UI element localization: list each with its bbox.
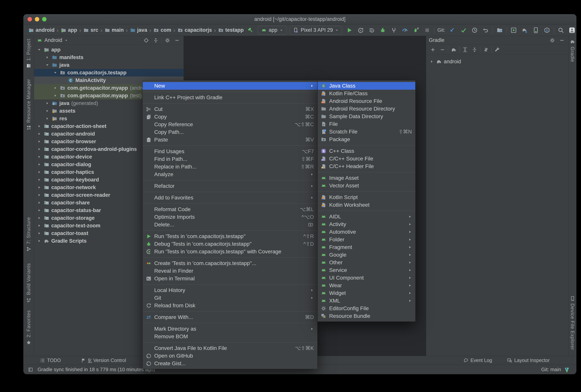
tree-down-arrow-icon[interactable]	[45, 63, 50, 67]
apply-changes-button[interactable]: A	[356, 26, 365, 34]
tree-right-arrow-icon[interactable]	[37, 155, 42, 159]
tree-right-arrow-icon[interactable]	[45, 116, 50, 121]
gradle-tree-item-android[interactable]: android	[426, 57, 568, 66]
submenu-item-google[interactable]: Google	[318, 251, 415, 259]
profile-button[interactable]	[401, 26, 409, 34]
hide-gradle-panel-button[interactable]	[558, 36, 566, 44]
run-configuration-select[interactable]: app	[258, 26, 287, 35]
menu-item-create-gist[interactable]: Create Gist...	[143, 360, 317, 367]
breadcrumb-testapp[interactable]: testapp	[218, 27, 244, 33]
tree-right-arrow-icon[interactable]	[37, 208, 42, 212]
panel-settings-button[interactable]	[164, 36, 171, 44]
attach-debugger-button[interactable]	[390, 26, 398, 34]
tree-right-arrow-icon[interactable]	[37, 201, 42, 205]
menu-item-copy[interactable]: Copy⌘C	[143, 113, 317, 121]
submenu-item-ui-component[interactable]: UI Component	[318, 274, 415, 282]
menu-item-open-on-github[interactable]: Open on GitHub	[143, 352, 317, 360]
tool-tab-2-favorites[interactable]: 2: Favorites	[26, 310, 32, 345]
collapse-all-button[interactable]	[152, 36, 160, 44]
commit-button[interactable]	[459, 26, 468, 34]
submenu-item-automotive[interactable]: Automotive	[318, 228, 415, 236]
menu-item-delete[interactable]: Delete...	[143, 221, 317, 229]
tool-button-event-log[interactable]: Event Log	[463, 358, 492, 363]
tree-right-arrow-icon[interactable]	[37, 224, 42, 228]
tree-right-arrow-icon[interactable]	[37, 216, 42, 220]
stop-button[interactable]	[423, 26, 431, 34]
tool-tab-7-structure[interactable]: 7: Structure	[26, 217, 32, 252]
menu-item-copy-path[interactable]: Copy Path...	[143, 128, 317, 136]
git-branch[interactable]: Git: main	[541, 367, 561, 373]
submenu-item-scratch-file[interactable]: Scratch File⇧⌘N	[318, 128, 415, 136]
submenu-item-service[interactable]: Service	[318, 266, 415, 274]
tree-right-arrow-icon[interactable]	[37, 139, 42, 144]
remove-configuration-button[interactable]	[438, 46, 446, 54]
menu-item-git[interactable]: Git	[143, 294, 317, 302]
device-manager-button[interactable]	[496, 26, 504, 34]
tree-item-app[interactable]: app	[34, 46, 184, 53]
tree-right-arrow-icon[interactable]	[37, 231, 42, 235]
menu-item-find-in-path[interactable]: Find in Path...⇧⌘F	[143, 155, 317, 163]
submenu-item-widget[interactable]: Widget	[318, 289, 415, 297]
breadcrumb-capacitorjs[interactable]: capacitorjs	[178, 27, 212, 33]
menu-item-run-tests-in-com-capacitorjs-testapp-with-covera[interactable]: Run 'Tests in 'com.capacitorjs.testapp''…	[143, 248, 317, 256]
device-select[interactable]: Pixel 3 API 29	[290, 26, 342, 35]
menu-item-mark-directory-as[interactable]: Mark Directory as	[143, 325, 317, 333]
build-project-button[interactable]	[246, 26, 255, 34]
menu-item-replace-in-path[interactable]: Replace in Path...⇧⌘R	[143, 163, 317, 171]
menu-item-create-tests-in-com-capacitorjs-testapp[interactable]: Create 'Tests in 'com.capacitorjs.testap…	[143, 260, 317, 267]
menu-item-paste[interactable]: Paste⌘V	[143, 136, 317, 144]
submenu-item-editorconfig-file[interactable]: EditorConfig File	[318, 305, 415, 312]
sync-project-with-gradle-button[interactable]	[520, 26, 529, 34]
pair-device-button[interactable]	[532, 26, 540, 34]
menu-item-new[interactable]: New	[143, 82, 317, 90]
tree-right-arrow-icon[interactable]	[53, 86, 58, 90]
history-button[interactable]	[470, 26, 479, 34]
submenu-item-aidl[interactable]: AIDL	[318, 213, 415, 220]
toggle-stripes-button[interactable]	[27, 366, 34, 374]
tree-down-arrow-icon[interactable]	[37, 48, 42, 52]
avd-manager-button[interactable]	[510, 26, 518, 34]
menu-item-local-history[interactable]: Local History	[143, 287, 317, 294]
tree-right-arrow-icon[interactable]	[37, 170, 42, 174]
tool-tab-device-file-explorer[interactable]: Device File Explorer	[570, 296, 575, 350]
toggle-offline-mode-button[interactable]	[482, 46, 490, 54]
tree-right-arrow-icon[interactable]	[45, 109, 50, 113]
submenu-item-c-c-source-file[interactable]: C++C/C++ Source File	[318, 155, 415, 163]
tool-button-9-version-control[interactable]: 9: Version Control	[81, 358, 126, 363]
tree-right-arrow-icon[interactable]	[37, 178, 42, 182]
tool-button-layout-inspector[interactable]: Layout Inspector	[507, 358, 550, 363]
menu-item-link-c-project-with-gradle[interactable]: Link C++ Project with Gradle	[143, 94, 317, 101]
menu-item-refactor[interactable]: Refactor	[143, 182, 317, 190]
submenu-item-kotlin-script[interactable]: Kotlin Script	[318, 194, 415, 201]
submenu-item-kotlin-file-class[interactable]: Kotlin File/Class	[318, 90, 415, 97]
profile-avatar[interactable]	[568, 26, 576, 34]
tree-right-arrow-icon[interactable]	[45, 101, 50, 105]
submenu-item-c-class[interactable]: SC++ Class	[318, 147, 415, 155]
breadcrumb-app[interactable]: app	[61, 27, 77, 33]
menu-item-reveal-in-finder[interactable]: Reveal in Finder	[143, 267, 317, 275]
submenu-item-resource-bundle[interactable]: Resource Bundle	[318, 312, 415, 320]
submenu-item-c-c-header-file[interactable]: HC/C++ Header File	[318, 163, 415, 170]
breadcrumb-main[interactable]: main	[104, 27, 124, 33]
tool-tab-1-project[interactable]: 1: Project	[26, 39, 32, 68]
breadcrumb-src[interactable]: src	[83, 27, 98, 33]
submenu-item-activity[interactable]: Activity	[318, 220, 415, 228]
menu-item-copy-reference[interactable]: Copy Reference⌥⇧⌘C	[143, 121, 317, 128]
breadcrumb-android[interactable]: android	[28, 27, 54, 33]
locate-file-button[interactable]	[142, 36, 150, 44]
tree-right-arrow-icon[interactable]	[37, 185, 42, 189]
submenu-item-kotlin-worksheet[interactable]: Kotlin Worksheet	[318, 201, 415, 209]
menu-item-optimize-imports[interactable]: Optimize Imports^⌥O	[143, 213, 317, 221]
menu-item-compare-with[interactable]: Compare With...⌘D	[143, 313, 317, 321]
menu-item-convert-java-file-to-kotlin-file[interactable]: Convert Java File to Kotlin File⌥⇧⌘K	[143, 344, 317, 352]
run-button[interactable]	[345, 26, 354, 34]
tool-tab-resource-manager[interactable]: Resource Manager	[26, 79, 32, 130]
submenu-item-wear[interactable]: Wear	[318, 282, 415, 289]
tree-down-arrow-icon[interactable]	[53, 70, 58, 75]
tree-item-manifests[interactable]: manifests	[34, 53, 184, 61]
tree-item-java[interactable]: java	[34, 61, 184, 69]
execute-gradle-task-button[interactable]	[450, 46, 458, 54]
submenu-item-package[interactable]: Package	[318, 136, 415, 143]
gradle-settings-toolbar-button[interactable]	[493, 46, 501, 54]
menu-item-analyze[interactable]: Analyze	[143, 171, 317, 178]
